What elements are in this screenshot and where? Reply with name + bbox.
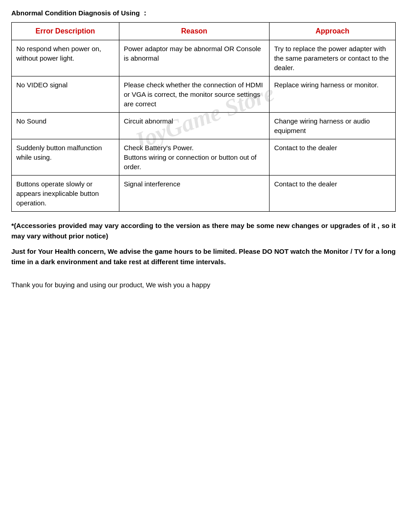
health-note: Just for Your Health concern, We advise …	[11, 247, 396, 267]
cell-approach-0: Try to replace the power adapter with th…	[270, 40, 396, 76]
header-reason: Reason	[119, 23, 269, 40]
table-row: No respond when power on, without power …	[12, 40, 396, 76]
accessories-note: *(Accessories provided may vary accordin…	[11, 221, 396, 241]
table-row: No SoundCircuit abnormalChange wiring ha…	[12, 113, 396, 139]
cell-reason-2: Circuit abnormal	[119, 113, 269, 139]
footnote-section: *(Accessories provided may vary accordin…	[11, 221, 396, 290]
cell-error-2: No Sound	[12, 113, 119, 139]
cell-reason-3: Check Battery's Power.Buttons wiring or …	[119, 139, 269, 176]
cell-reason-4: Signal interference	[119, 176, 269, 212]
header-error-description: Error Description	[12, 23, 119, 40]
table-header-row: Error Description Reason Approach	[12, 23, 396, 40]
cell-reason-1: Please check whether the connection of H…	[119, 76, 269, 113]
table-row: Suddenly button malfunction while using.…	[12, 139, 396, 176]
header-approach: Approach	[270, 23, 396, 40]
cell-approach-2: Change wiring harness or audio equipment	[270, 113, 396, 139]
cell-approach-1: Replace wiring harness or monitor.	[270, 76, 396, 113]
cell-approach-3: Contact to the dealer	[270, 139, 396, 176]
cell-error-1: No VIDEO signal	[12, 76, 119, 113]
cell-error-4: Buttons operate slowly or appears inexpl…	[12, 176, 119, 212]
cell-error-0: No respond when power on, without power …	[12, 40, 119, 76]
cell-reason-0: Power adaptor may be abnormal OR Console…	[119, 40, 269, 76]
page-title: Abnormal Condition Diagnosis of Using ：	[11, 9, 396, 18]
cell-approach-4: Contact to the dealer	[270, 176, 396, 212]
cell-error-3: Suddenly button malfunction while using.	[12, 139, 119, 176]
table-row: No VIDEO signalPlease check whether the …	[12, 76, 396, 113]
diagnosis-table: Error Description Reason Approach No res…	[11, 22, 396, 212]
thank-you-note: Thank you for buying and using our produ…	[11, 280, 396, 290]
table-row: Buttons operate slowly or appears inexpl…	[12, 176, 396, 212]
